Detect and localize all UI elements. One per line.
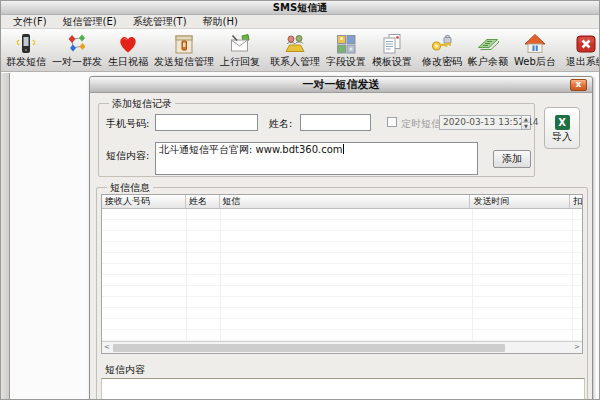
import-button-label: 导入 — [552, 131, 572, 142]
menu-system[interactable]: 系统管理(T) — [125, 15, 195, 28]
mdi-left-strip — [1, 73, 10, 399]
toolbar-button-balance[interactable]: 帐户余额 — [465, 30, 511, 70]
toolbar-button-change-password[interactable]: 修改密码 — [419, 30, 465, 70]
toolbar-label: 群发短信 — [6, 56, 46, 68]
toolbar-button-contacts[interactable]: 联系人管理 — [267, 30, 323, 70]
add-button[interactable]: 添加 — [493, 150, 531, 168]
toolbar-button-fields[interactable]: 字段设置 — [323, 30, 369, 70]
column-header-deduct[interactable]: 扣 — [570, 195, 582, 208]
name-label: 姓名: — [269, 118, 292, 130]
add-record-groupbox: 添加短信记录 手机号码: 姓名: 定时短信: 2020-03-13 13:52:… — [98, 103, 535, 177]
schedule-datetime-field[interactable]: 2020-03-13 13:52:14 ▲ ▼ — [439, 115, 531, 130]
network-icon — [65, 31, 89, 56]
name-input[interactable] — [300, 114, 371, 131]
column-header-send-time[interactable]: 发送时间 — [470, 195, 570, 208]
column-divider — [220, 209, 221, 341]
toolbar: 群发短信 一对一群发 生日祝福 — [1, 29, 599, 72]
contacts-icon — [283, 31, 307, 56]
dialog-titlebar[interactable]: 一对一短信发送 x — [90, 77, 592, 93]
toolbar-button-send-manage[interactable]: 发送短信管理 — [151, 30, 217, 70]
menu-sms[interactable]: 短信管理(E) — [55, 15, 125, 28]
sms-table-body[interactable] — [102, 209, 582, 341]
column-header-name[interactable]: 姓名 — [186, 195, 220, 208]
sms-table-header: 接收人号码 姓名 短信 发送时间 扣 — [102, 195, 582, 209]
window-titlebar: SMS短信通 — [1, 1, 599, 15]
toolbar-label: 修改密码 — [422, 56, 462, 68]
import-button[interactable]: 导入 — [544, 107, 580, 149]
text-caret — [343, 144, 344, 154]
mdi-client-area: 一对一短信发送 x 添加短信记录 手机号码: 姓名: 定时短信: 2020-03… — [1, 73, 599, 399]
sms-content-textarea[interactable]: 北斗通短信平台官网: www.bdt360.com — [155, 142, 478, 175]
dialog-one-to-one-sms: 一对一短信发送 x 添加短信记录 手机号码: 姓名: 定时短信: 2020-03… — [89, 76, 593, 399]
horizontal-scrollbar[interactable]: < > — [102, 341, 582, 353]
scroll-left-icon[interactable]: < — [102, 342, 112, 353]
dialog-title: 一对一短信发送 — [303, 77, 380, 92]
scheduled-sms-checkbox[interactable] — [387, 117, 397, 127]
toolbar-label: 一对一群发 — [52, 56, 102, 68]
scrollbar-thumb[interactable] — [113, 344, 505, 352]
column-divider — [472, 209, 473, 341]
phone-number-input[interactable] — [155, 114, 258, 131]
app-window: SMS短信通 文件(F) 短信管理(E) 系统管理(T) 帮助(H) 群发短信 — [0, 0, 600, 400]
phone-icon — [14, 31, 38, 56]
menu-file[interactable]: 文件(F) — [5, 15, 55, 28]
menu-help[interactable]: 帮助(H) — [195, 15, 246, 28]
toolbar-button-templates[interactable]: 模板设置 — [369, 30, 415, 70]
heart-icon — [116, 31, 140, 56]
toolbar-button-bulk-sms[interactable]: 群发短信 — [3, 30, 49, 70]
toolbar-label: 退出系统 — [566, 56, 600, 68]
close-icon[interactable]: x — [570, 79, 587, 91]
window-title: SMS短信通 — [273, 1, 327, 15]
message-content-box[interactable] — [101, 378, 585, 399]
toolbar-button-uplink-reply[interactable]: 上行回复 — [217, 30, 263, 70]
menu-bar: 文件(F) 短信管理(E) 系统管理(T) 帮助(H) — [1, 15, 599, 29]
toolbar-button-web-admin[interactable]: Web后台 — [511, 30, 559, 70]
column-header-recipient[interactable]: 接收人号码 — [102, 195, 186, 208]
column-divider — [186, 209, 187, 341]
column-header-sms[interactable]: 短信 — [220, 195, 471, 208]
toolbar-label: 模板设置 — [372, 56, 412, 68]
toolbar-label: 生日祝福 — [108, 56, 148, 68]
exit-icon — [574, 31, 598, 56]
dialog-body: 添加短信记录 手机号码: 姓名: 定时短信: 2020-03-13 13:52:… — [90, 93, 592, 399]
excel-icon — [555, 115, 570, 130]
scroll-right-icon[interactable]: > — [572, 342, 582, 353]
docs-icon — [380, 31, 404, 56]
toolbar-button-birthday[interactable]: 生日祝福 — [105, 30, 151, 70]
sms-info-groupbox: 短信信息 接收人号码 姓名 短信 发送时间 扣 — [96, 187, 588, 399]
column-divider — [572, 209, 573, 341]
toolbar-button-exit[interactable]: 退出系统 — [563, 30, 600, 70]
message-content-label: 短信内容 — [105, 364, 145, 376]
toolbar-label: 上行回复 — [220, 56, 260, 68]
spinner-down-icon[interactable]: ▼ — [522, 122, 530, 129]
box-phone-icon — [172, 31, 196, 56]
home-icon — [523, 31, 547, 56]
toolbar-label: 发送短信管理 — [154, 56, 214, 68]
money-icon — [476, 31, 500, 56]
datetime-spinner[interactable]: ▲ ▼ — [521, 116, 530, 129]
scheduled-sms-label: 定时短信: — [401, 118, 444, 130]
key-icon — [430, 31, 454, 56]
add-record-group-title: 添加短信记录 — [109, 97, 175, 110]
envelope-phone-icon — [228, 31, 252, 56]
sms-table: 接收人号码 姓名 短信 发送时间 扣 — [101, 194, 583, 354]
toolbar-label: 帐户余额 — [468, 56, 508, 68]
toolbar-button-one-to-one[interactable]: 一对一群发 — [49, 30, 105, 70]
sms-content-value: 北斗通短信平台官网: www.bdt360.com — [159, 144, 343, 155]
phone-number-label: 手机号码: — [106, 118, 149, 130]
sms-content-label: 短信内容: — [106, 150, 149, 162]
toolbar-label: Web后台 — [514, 56, 556, 68]
toolbar-label: 字段设置 — [326, 56, 366, 68]
sms-info-group-title: 短信信息 — [107, 181, 153, 194]
toolbar-label: 联系人管理 — [270, 56, 320, 68]
grid-icon — [334, 31, 358, 56]
